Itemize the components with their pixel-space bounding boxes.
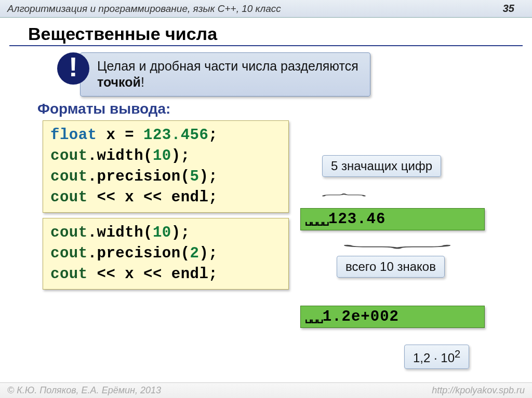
callout: ! Целая и дробная части числа разделяютс… (57, 52, 532, 97)
callout-box: Целая и дробная части числа разделяются … (80, 52, 370, 97)
brace-bottom-icon: ⏟ (344, 227, 447, 250)
section-label: Форматы вывода: (37, 101, 532, 117)
brace-top-icon: ⏞ (322, 192, 364, 209)
page-number: 35 (503, 3, 525, 15)
output-2: ␣␣␣1.2e+002 (300, 306, 485, 328)
footer: © К.Ю. Поляков, Е.А. Ерёмин, 2013 http:/… (0, 382, 532, 398)
output2-spaces: ␣␣␣ (305, 311, 323, 324)
annot-10-chars: всего 10 знаков (337, 256, 445, 278)
annot-sci: 1,2 · 102 (404, 345, 469, 369)
annot-5-digits: 5 значащих цифр (322, 155, 441, 177)
footer-copyright: © К.Ю. Поляков, Е.А. Ерёмин, 2013 (7, 385, 161, 396)
output1-spaces: ␣␣␣␣ (305, 214, 328, 227)
callout-text: Целая и дробная части числа разделяются (97, 59, 358, 73)
slide-title: Вещественные числа (9, 18, 523, 46)
header-subject: Алгоритмизация и программирование, язык … (7, 3, 281, 15)
callout-punct: ! (141, 75, 144, 89)
output1-value: 123.46 (328, 211, 385, 228)
footer-url: http://kpolyakov.spb.ru (432, 385, 525, 396)
exclaim-icon: ! (57, 52, 89, 85)
code-block-2: cout.width(10); cout.precision(2); cout … (43, 218, 289, 290)
output2-value: 1.2e+002 (323, 308, 399, 325)
callout-emph: точкой (97, 75, 141, 89)
code-block-1: float x = 123.456; cout.width(10); cout.… (43, 120, 289, 213)
header-bar: Алгоритмизация и программирование, язык … (0, 0, 532, 18)
